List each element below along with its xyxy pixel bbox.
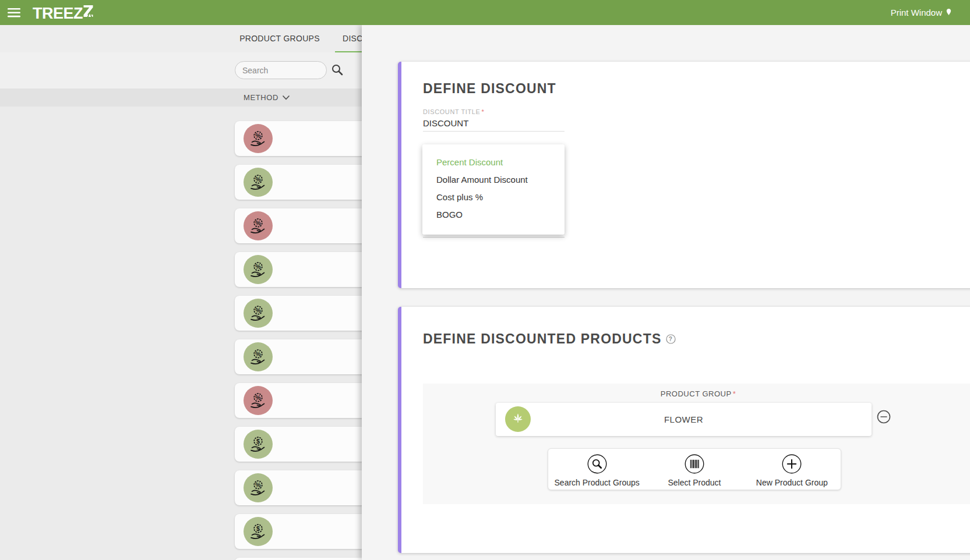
- search-icon[interactable]: [329, 62, 345, 79]
- print-window-button[interactable]: Print Window: [891, 7, 953, 19]
- discounts-list-panel: PRODUCT GROUPS DISC METHOD %%%%%%%$%$: [0, 25, 396, 560]
- discount-title-label: DISCOUNT TITLE*: [423, 108, 484, 115]
- plus-icon: [781, 453, 802, 476]
- discount-title-label-text: DISCOUNT TITLE: [423, 108, 480, 115]
- search-row: [0, 52, 396, 88]
- discount-title-field[interactable]: DISCOUNT: [423, 116, 565, 132]
- svg-text:%: %: [255, 176, 261, 183]
- dollar-hand-icon: $: [244, 430, 273, 459]
- svg-text:?: ?: [669, 336, 673, 342]
- tab-product-groups[interactable]: PRODUCT GROUPS: [224, 25, 335, 52]
- barcode-icon: [684, 453, 705, 476]
- required-asterisk: *: [733, 389, 736, 398]
- discount-detail-panel: DEFINE DISCOUNT DISCOUNT TITLE* DISCOUNT…: [362, 25, 970, 560]
- method-header-label: METHOD: [244, 93, 278, 102]
- barcode-action-button[interactable]: Select Product: [646, 449, 743, 490]
- top-bar: TREEZ Print Window: [0, 0, 970, 25]
- percent-hand-icon: %: [244, 386, 273, 415]
- brand-name: TREEZ: [33, 8, 83, 20]
- search-action-button[interactable]: Search Product Groups: [548, 449, 646, 490]
- define-discounted-products-title: DEFINE DISCOUNTED PRODUCTS ?: [423, 331, 676, 347]
- percent-hand-icon: %: [244, 211, 273, 240]
- svg-text:%: %: [255, 132, 261, 139]
- product-group-name: FLOWER: [496, 403, 872, 436]
- percent-hand-icon: %: [244, 473, 273, 502]
- dollar-hand-icon: $: [244, 517, 273, 546]
- action-button-label: Search Product Groups: [555, 478, 640, 487]
- search-input[interactable]: [235, 61, 327, 79]
- print-window-label: Print Window: [891, 8, 942, 17]
- treez-logo: TREEZ: [33, 5, 94, 20]
- help-icon[interactable]: ?: [666, 334, 676, 344]
- percent-hand-icon: %: [244, 124, 273, 153]
- define-discount-title-text: DEFINE DISCOUNT: [423, 81, 556, 97]
- method-column-header[interactable]: METHOD: [244, 93, 290, 102]
- product-group-row-flower[interactable]: FLOWER: [496, 403, 872, 436]
- svg-text:$: $: [256, 525, 260, 532]
- product-group-label: PRODUCT GROUP*: [423, 389, 970, 398]
- percent-hand-icon: %: [244, 342, 273, 371]
- required-asterisk: *: [481, 108, 484, 115]
- hamburger-menu-icon[interactable]: [7, 8, 21, 18]
- define-discounted-products-title-text: DEFINE DISCOUNTED PRODUCTS: [423, 331, 661, 347]
- percent-hand-icon: %: [244, 255, 273, 284]
- dropdown-option[interactable]: BOGO: [422, 206, 565, 224]
- define-discount-card: DEFINE DISCOUNT DISCOUNT TITLE* DISCOUNT…: [398, 62, 970, 288]
- define-discounted-products-card: DEFINE DISCOUNTED PRODUCTS ? PRODUCT GRO…: [398, 307, 970, 553]
- tab-bar: PRODUCT GROUPS DISC: [0, 25, 396, 52]
- percent-hand-icon: %: [244, 168, 273, 197]
- search-icon: [587, 453, 608, 476]
- svg-text:%: %: [255, 350, 261, 357]
- percent-hand-icon: %: [244, 299, 273, 328]
- svg-text:%: %: [255, 219, 261, 226]
- action-button-label: Select Product: [668, 478, 721, 487]
- method-list: %%%%%%%$%$: [0, 107, 396, 560]
- svg-text:%: %: [255, 481, 261, 488]
- dropdown-option[interactable]: Cost plus %: [422, 189, 565, 206]
- svg-text:%: %: [255, 307, 261, 314]
- plus-action-button[interactable]: New Product Group: [743, 449, 841, 490]
- location-pin-icon: [942, 7, 953, 19]
- svg-text:$: $: [256, 438, 260, 445]
- svg-text:%: %: [255, 263, 261, 270]
- product-group-label-text: PRODUCT GROUP: [661, 389, 732, 398]
- method-header-row: METHOD: [0, 88, 396, 107]
- dropdown-option[interactable]: Percent Discount: [422, 154, 565, 171]
- dropdown-option[interactable]: Dollar Amount Discount: [422, 171, 565, 189]
- treez-tree-icon: [83, 5, 94, 20]
- discount-method-dropdown: Percent DiscountDollar Amount DiscountCo…: [422, 144, 565, 235]
- action-button-label: New Product Group: [756, 478, 828, 487]
- define-discount-title: DEFINE DISCOUNT: [423, 81, 556, 97]
- product-group-actions: Search Product GroupsSelect ProductNew P…: [548, 448, 841, 490]
- chevron-down-icon: [283, 95, 290, 100]
- remove-group-icon[interactable]: [876, 409, 891, 424]
- app-root: TREEZ Print Window PRODUCT GROUPS DISC: [0, 0, 970, 560]
- svg-text:%: %: [255, 394, 261, 401]
